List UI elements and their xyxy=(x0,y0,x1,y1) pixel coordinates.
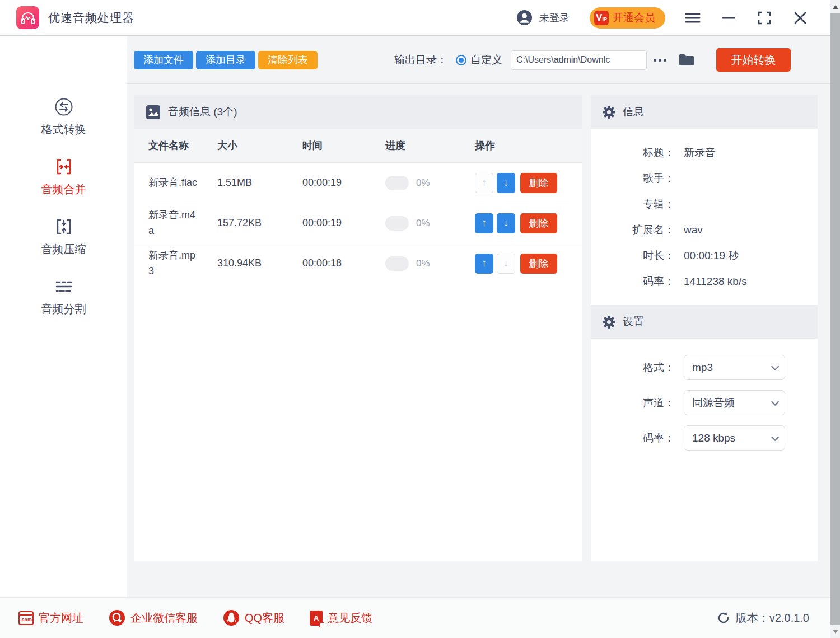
settings-title: 设置 xyxy=(623,315,644,329)
refresh-icon[interactable] xyxy=(717,611,730,625)
vip-icon: VIP xyxy=(594,11,609,25)
setting-label: 格式： xyxy=(591,360,675,375)
audio-merge-icon xyxy=(54,156,73,177)
info-body: 标题：新录音 歌手： 专辑： 扩展名：wav 时长：00:00:19 秒 码率：… xyxy=(591,129,818,294)
info-value: 00:00:19 秒 xyxy=(684,248,739,263)
add-directory-button[interactable]: 添加目录 xyxy=(196,51,255,69)
progress-bar xyxy=(385,176,409,190)
move-down-button[interactable]: ↓ xyxy=(497,213,515,233)
browse-more-icon[interactable] xyxy=(654,54,666,65)
info-label: 扩展名： xyxy=(591,223,675,237)
chevron-down-icon xyxy=(771,397,779,405)
chevron-down-icon xyxy=(771,362,779,370)
main-content: 添加文件 添加目录 清除列表 输出目录： 自定义 开始转换 xyxy=(127,36,830,597)
sidebar: 格式转换 音频合并 音频压缩 xyxy=(0,36,127,597)
user-avatar[interactable] xyxy=(516,10,533,26)
delete-button[interactable]: 删除 xyxy=(520,213,557,233)
progress-bar xyxy=(385,256,409,271)
minimize-button[interactable] xyxy=(720,10,737,26)
scroll-down-icon[interactable] xyxy=(830,625,840,638)
open-folder-icon[interactable] xyxy=(679,53,694,67)
clear-list-button[interactable]: 清除列表 xyxy=(258,51,318,69)
sidebar-item-audio-merge[interactable]: 音频合并 xyxy=(41,156,86,197)
setting-label: 码率： xyxy=(591,431,675,445)
sidebar-item-label: 格式转换 xyxy=(41,122,86,137)
info-value: 新录音 xyxy=(684,146,716,160)
channel-select[interactable]: 同源音频 xyxy=(684,390,785,415)
move-up-button[interactable]: ↑ xyxy=(475,173,493,193)
vip-button[interactable]: VIP 开通会员 xyxy=(590,7,665,29)
progress-percent: 0% xyxy=(416,177,430,189)
bitrate-select[interactable]: 128 kbps xyxy=(684,425,785,451)
info-label: 时长： xyxy=(591,248,675,263)
close-button[interactable] xyxy=(792,10,809,26)
format-select[interactable]: mp3 xyxy=(684,355,785,380)
scrollbar-thumb[interactable] xyxy=(830,13,840,625)
sidebar-item-format-convert[interactable]: 格式转换 xyxy=(41,96,86,137)
audio-split-icon xyxy=(54,276,74,297)
file-time: 00:00:19 xyxy=(302,217,385,229)
wechat-support-link[interactable]: 企业微信客服 xyxy=(109,609,198,626)
file-time: 00:00:19 xyxy=(302,177,385,189)
file-size: 1.51MB xyxy=(217,177,302,189)
progress-percent: 0% xyxy=(416,218,430,229)
app-title: 优速音频处理器 xyxy=(48,10,134,26)
setting-label: 声道： xyxy=(591,396,675,410)
audio-info-icon xyxy=(146,105,161,120)
move-down-button[interactable]: ↓ xyxy=(497,254,515,274)
table-column-header: 文件名称 大小 时间 进度 操作 xyxy=(134,129,582,162)
sidebar-item-audio-compress[interactable]: 音频压缩 xyxy=(41,216,86,257)
audio-compress-icon xyxy=(54,216,73,237)
qq-support-link[interactable]: QQ客服 xyxy=(223,609,284,626)
table-row: 新录音.mp3 310.94KB 00:00:18 0% ↑ ↓ 删除 xyxy=(134,243,582,283)
app-window: 优速音频处理器 未登录 VIP 开通会员 xyxy=(0,0,840,638)
info-label: 码率： xyxy=(591,274,675,289)
website-icon: .com xyxy=(18,611,34,625)
menu-icon[interactable] xyxy=(684,10,701,26)
login-status[interactable]: 未登录 xyxy=(539,11,570,25)
file-name: 新录音.mp3 xyxy=(134,248,217,279)
audio-list-panel: 音频信息 (3个) 文件名称 大小 时间 进度 操作 新录音.flac 1.51… xyxy=(134,95,582,561)
delete-button[interactable]: 删除 xyxy=(520,173,557,193)
output-path-input[interactable] xyxy=(511,50,647,70)
delete-button[interactable]: 删除 xyxy=(520,254,557,274)
custom-radio[interactable] xyxy=(456,55,466,65)
info-gear-icon xyxy=(602,105,616,119)
add-file-button[interactable]: 添加文件 xyxy=(134,51,193,69)
sidebar-item-audio-split[interactable]: 音频分割 xyxy=(41,276,86,317)
qq-icon xyxy=(223,609,240,626)
col-time: 时间 xyxy=(302,139,385,152)
official-site-link[interactable]: .com 官方网址 xyxy=(18,611,83,626)
table-row: 新录音.flac 1.51MB 00:00:19 0% ↑ ↓ 删除 xyxy=(134,162,582,203)
file-time: 00:00:18 xyxy=(302,257,385,269)
sidebar-item-label: 音频压缩 xyxy=(41,242,86,257)
col-progress: 进度 xyxy=(385,139,475,152)
info-label: 歌手： xyxy=(591,171,675,186)
vip-label: 开通会员 xyxy=(613,11,655,25)
col-filename: 文件名称 xyxy=(134,139,217,152)
progress-bar xyxy=(385,216,409,231)
settings-body: 格式： mp3 声道： 同源音频 码率： 128 kb xyxy=(591,350,818,456)
sidebar-item-label: 音频合并 xyxy=(41,182,86,197)
feedback-link[interactable]: A 意见反馈 xyxy=(310,611,372,626)
wechat-icon xyxy=(109,609,125,626)
audio-list-title: 音频信息 (3个) xyxy=(168,105,237,119)
scroll-up-icon[interactable] xyxy=(830,0,840,13)
move-down-button[interactable]: ↓ xyxy=(497,173,515,193)
format-convert-icon xyxy=(54,96,74,118)
start-convert-button[interactable]: 开始转换 xyxy=(716,48,791,72)
chevron-down-icon xyxy=(771,433,779,440)
file-size: 310.94KB xyxy=(217,257,302,269)
progress-percent: 0% xyxy=(416,258,430,269)
move-up-button[interactable]: ↑ xyxy=(475,213,493,233)
output-dir-label: 输出目录： xyxy=(394,53,447,67)
maximize-button[interactable] xyxy=(756,10,773,26)
info-label: 专辑： xyxy=(591,197,675,212)
col-size: 大小 xyxy=(217,139,302,152)
info-settings-panel: 信息 标题：新录音 歌手： 专辑： 扩展名：wav 时长：00:00:19 秒 … xyxy=(591,95,818,561)
move-up-button[interactable]: ↑ xyxy=(475,254,493,274)
file-name: 新录音.flac xyxy=(134,175,217,191)
table-row: 新录音.m4a 157.72KB 00:00:19 0% ↑ ↓ 删除 xyxy=(134,203,582,243)
sidebar-item-label: 音频分割 xyxy=(41,302,86,317)
vertical-scrollbar[interactable] xyxy=(830,0,840,638)
